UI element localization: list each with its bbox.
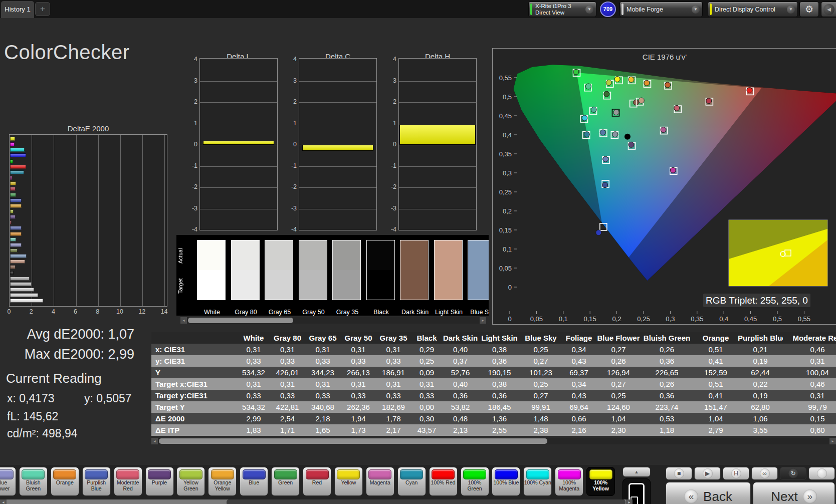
blank-button[interactable]	[808, 467, 835, 480]
x-tick-label: 14	[158, 308, 170, 315]
deltae-bar-100-green	[10, 159, 13, 163]
table-cell: 190,15	[478, 367, 521, 378]
colorspace-709-badge[interactable]: 709	[600, 2, 616, 17]
column-header: Moderate Red	[783, 332, 836, 344]
table-cell: 0,36	[478, 355, 521, 367]
tab-history-1[interactable]: History 1	[1, 1, 34, 18]
deltae-bar-gray-80	[10, 293, 38, 297]
table-cell: 0,31	[783, 390, 836, 401]
svg-text:0: 0	[508, 315, 511, 323]
refresh-button[interactable]: ↻	[780, 467, 806, 480]
table-cell: 0,33	[305, 390, 341, 401]
color-chip	[116, 469, 139, 479]
pattern-button-100-cyan[interactable]: 100% Cyan	[523, 467, 552, 496]
next-button[interactable]: Next »	[753, 482, 835, 504]
pattern-button-100-yellow[interactable]: 100% Yellow	[586, 467, 615, 496]
scroll-right-icon[interactable]: ►	[480, 317, 486, 324]
scroll-left-icon[interactable]: ◄	[0, 499, 7, 504]
pattern-size-icon: H	[731, 468, 741, 478]
svg-text:0,4: 0,4	[503, 131, 512, 139]
pattern-button-red[interactable]: Red	[303, 467, 331, 496]
add-tab-button[interactable]: +	[35, 2, 50, 16]
table-cell: 1,36	[478, 413, 521, 424]
deltae-bar-moderate-red	[10, 220, 12, 224]
y-tick-label: -2	[286, 183, 297, 190]
column-header: Foliage	[561, 332, 597, 344]
pattern-button-blue-flower[interactable]: Blue Flower	[0, 467, 16, 496]
table-cell: 0,43	[561, 390, 597, 401]
pattern-button-orange[interactable]: Orange	[51, 467, 79, 496]
pattern-button-magenta[interactable]: Magenta	[366, 467, 394, 496]
pattern-button-bluish-green[interactable]: Bluish Green	[19, 467, 48, 496]
table-row: Y534,32426,01344,23266,13186,910,0952,76…	[151, 367, 836, 378]
pattern-button-100-green[interactable]: 100% Green	[461, 467, 489, 496]
delta-l-chart: 43210-1-2-3-4	[199, 58, 278, 230]
deltae-bar-black	[10, 271, 14, 275]
row-label: Target y:CIE31	[151, 390, 237, 401]
pattern-button-100-magenta[interactable]: 100% Magenta	[555, 467, 583, 496]
deltae-bar-blue-flower	[10, 243, 22, 247]
pattern-button-purple[interactable]: Purple	[145, 467, 174, 496]
table-cell: 0,26	[640, 378, 694, 390]
svg-text:0,5: 0,5	[503, 93, 512, 101]
y-tick-label: 2	[385, 98, 396, 105]
table-cell: 0,51	[694, 344, 738, 355]
color-chip	[337, 469, 360, 479]
scrollbar-thumb[interactable]	[227, 499, 625, 504]
table-cell: 0,46	[783, 344, 836, 355]
pattern-button-100-blue[interactable]: 100% Blue	[492, 467, 520, 496]
scroll-right-icon[interactable]: ►	[626, 499, 633, 504]
table-cell: 0,51	[694, 378, 738, 390]
pattern-button-cyan[interactable]: Cyan	[397, 467, 426, 496]
deltae-bar-yellow-green	[10, 209, 14, 213]
table-cell: 152,59	[694, 367, 738, 378]
swatch-scrollbar[interactable]: ◄ ►	[180, 317, 486, 324]
avg-de2000: Avg dE2000: 1,07	[3, 327, 134, 342]
y-tick-label: -4	[286, 226, 297, 233]
pattern-button-100-red[interactable]: 100% Red	[429, 467, 458, 496]
pattern-button-purplish-blue[interactable]: Purplish Blue	[82, 467, 111, 496]
stop-button[interactable]: ■	[666, 467, 692, 480]
meter-dropdown[interactable]: X-Rite i1Pro 3 Direct View ▼	[528, 2, 596, 17]
table-cell: 0,33	[376, 355, 411, 367]
scroll-left-icon[interactable]: ◄	[180, 317, 187, 324]
pattern-button-yellow-green[interactable]: Yellow Green	[176, 467, 205, 496]
pattern-button-label: Moderate Red	[114, 480, 142, 491]
pattern-button-blue[interactable]: Blue	[240, 467, 268, 496]
scrollbar-thumb[interactable]	[188, 318, 293, 323]
pattern-button-label: Bluish Green	[20, 480, 47, 491]
pattern-button-orange-yellow[interactable]: Orange Yellow	[208, 467, 237, 496]
deltae-bar-green	[10, 193, 16, 197]
table-cell: 0,31	[270, 344, 305, 355]
table-header-row: WhiteGray 80Gray 65Gray 50Gray 35BlackDa…	[151, 332, 836, 344]
gridline	[200, 166, 277, 167]
svg-text:0,1: 0,1	[503, 245, 512, 253]
pattern-button-moderate-red[interactable]: Moderate Red	[114, 467, 142, 496]
scroll-right-icon[interactable]: ►	[829, 438, 836, 444]
table-cell: 0,36	[478, 390, 521, 401]
pattern-size-button[interactable]: H	[723, 467, 749, 480]
pattern-scroll-up-button[interactable]: ▲	[622, 467, 651, 477]
loop-infinite-button[interactable]: ∞	[751, 467, 778, 480]
color-chip	[243, 469, 266, 479]
gridline	[299, 166, 376, 167]
play-button[interactable]: ▶	[694, 467, 721, 480]
collapse-panel-button[interactable]: ◀	[821, 2, 836, 17]
pattern-bar-scrollbar[interactable]: ◄ ►	[0, 499, 633, 504]
source-dropdown[interactable]: Mobile Forge ▼	[619, 2, 703, 17]
scroll-left-icon[interactable]: ◄	[151, 438, 158, 444]
pattern-button-label: 100% Blue	[492, 480, 520, 486]
table-scrollbar[interactable]: ◄ ►	[151, 438, 836, 444]
gridline	[200, 187, 277, 188]
scrollbar-thumb[interactable]	[159, 438, 547, 444]
deltae-bar-orange-yellow	[10, 204, 22, 208]
back-button[interactable]: « Back	[666, 482, 751, 504]
gear-icon[interactable]: ⚙	[799, 2, 819, 17]
pattern-button-green[interactable]: Green	[271, 467, 300, 496]
table-cell: 344,23	[305, 367, 341, 378]
display-control-dropdown[interactable]: Direct Display Control ▼	[708, 2, 798, 17]
gridline	[399, 209, 476, 209]
swatch-label: Gray 50	[295, 309, 333, 316]
pattern-button-yellow[interactable]: Yellow	[334, 467, 363, 496]
x-tick-label: 8	[92, 308, 104, 315]
